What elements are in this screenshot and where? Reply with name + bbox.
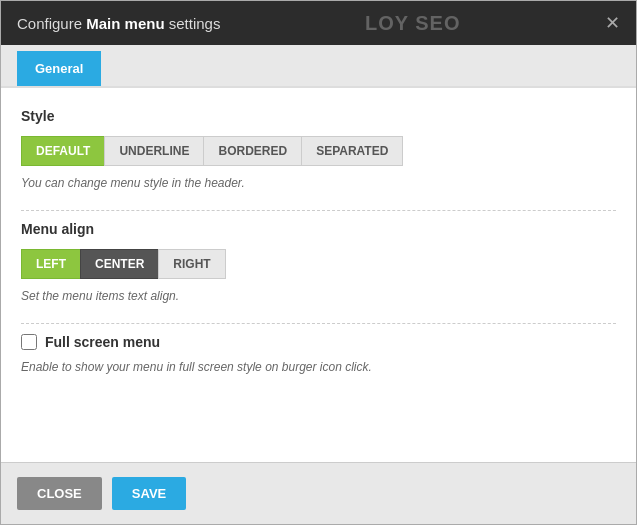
- fullscreen-label[interactable]: Full screen menu: [45, 334, 160, 350]
- fullscreen-hint: Enable to show your menu in full screen …: [21, 360, 616, 374]
- style-separated-button[interactable]: SEPARATED: [301, 136, 403, 166]
- style-default-button[interactable]: DEFAULT: [21, 136, 104, 166]
- align-section-title: Menu align: [21, 221, 616, 237]
- modal-footer: CLOSE SAVE: [1, 462, 636, 524]
- modal-tabs: General: [1, 45, 636, 88]
- align-hint: Set the menu items text align.: [21, 289, 616, 303]
- align-section: Menu align LEFT CENTER RIGHT Set the men…: [21, 221, 616, 324]
- style-hint: You can change menu style in the header.: [21, 176, 616, 190]
- modal-dialog: Configure Main menu settings LOY SEO ✕ G…: [0, 0, 637, 525]
- modal-title-bold: Main menu: [86, 15, 164, 32]
- close-button[interactable]: CLOSE: [17, 477, 102, 510]
- fullscreen-checkbox[interactable]: [21, 334, 37, 350]
- modal-body: Style DEFAULT UNDERLINE BORDERED SEPARAT…: [1, 88, 636, 462]
- style-bordered-button[interactable]: BORDERED: [203, 136, 301, 166]
- align-button-group: LEFT CENTER RIGHT: [21, 249, 616, 279]
- save-button[interactable]: SAVE: [112, 477, 186, 510]
- style-section: Style DEFAULT UNDERLINE BORDERED SEPARAT…: [21, 108, 616, 211]
- align-right-button[interactable]: RIGHT: [158, 249, 225, 279]
- modal-close-button[interactable]: ✕: [605, 14, 620, 32]
- modal-title: Configure Main menu settings: [17, 15, 220, 32]
- tab-general[interactable]: General: [17, 51, 101, 86]
- fullscreen-section: Full screen menu Enable to show your men…: [21, 334, 616, 394]
- style-button-group: DEFAULT UNDERLINE BORDERED SEPARATED: [21, 136, 616, 166]
- logo: LOY SEO: [365, 12, 461, 35]
- fullscreen-checkbox-row: Full screen menu: [21, 334, 616, 350]
- style-underline-button[interactable]: UNDERLINE: [104, 136, 203, 166]
- align-center-button[interactable]: CENTER: [80, 249, 158, 279]
- modal-header: Configure Main menu settings LOY SEO ✕: [1, 1, 636, 45]
- align-left-button[interactable]: LEFT: [21, 249, 80, 279]
- style-section-title: Style: [21, 108, 616, 124]
